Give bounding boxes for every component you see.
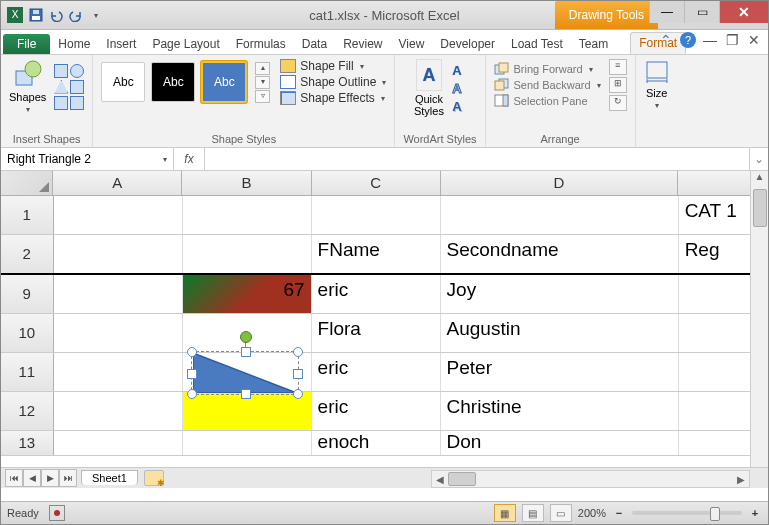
formula-input[interactable] [205, 148, 749, 170]
zoom-in-button[interactable]: + [748, 507, 762, 519]
cell[interactable] [54, 196, 183, 234]
quick-styles-button[interactable]: A Quick Styles [414, 59, 444, 117]
cell[interactable]: Joy [441, 275, 679, 313]
select-all-corner[interactable] [1, 171, 53, 195]
col-header-D[interactable]: D [441, 171, 679, 195]
col-header-C[interactable]: C [312, 171, 441, 195]
horizontal-scrollbar[interactable]: ◀ ▶ [431, 470, 750, 488]
cell[interactable]: Christine [441, 392, 679, 430]
sheet-nav-first[interactable]: ⏮ [5, 469, 23, 487]
scroll-left-button[interactable]: ◀ [432, 474, 448, 485]
row-header[interactable]: 11 [1, 353, 54, 391]
close-button[interactable]: ✕ [719, 1, 768, 23]
maximize-button[interactable]: ▭ [684, 1, 719, 23]
sheet-nav-next[interactable]: ▶ [41, 469, 59, 487]
redo-button[interactable] [67, 6, 85, 24]
cell[interactable]: FName [312, 235, 441, 273]
qat-dropdown[interactable]: ▾ [87, 6, 105, 24]
cell[interactable]: 67 [183, 275, 312, 313]
group-button[interactable]: ⊞ [609, 77, 627, 93]
tab-team[interactable]: Team [571, 34, 616, 54]
col-header-A[interactable]: A [53, 171, 182, 195]
cell[interactable]: Peter [441, 353, 679, 391]
cell[interactable]: enoch [312, 431, 441, 455]
align-button[interactable]: ≡ [609, 59, 627, 75]
scroll-up-button[interactable]: ▲ [751, 171, 768, 187]
scroll-thumb[interactable] [448, 472, 476, 486]
row-header[interactable]: 13 [1, 431, 54, 455]
style-swatch-3[interactable]: Abc [201, 61, 247, 103]
cell[interactable]: Secondname [441, 235, 679, 273]
shape-style-gallery[interactable]: Abc Abc Abc ▴▾▿ [101, 61, 270, 103]
tab-load-test[interactable]: Load Test [503, 34, 571, 54]
cell[interactable]: Don [441, 431, 679, 455]
record-macro-button[interactable] [49, 505, 65, 521]
cell[interactable] [54, 392, 183, 430]
undo-button[interactable] [47, 6, 65, 24]
minimize-ribbon-button[interactable]: ⌃ [658, 32, 674, 48]
cell[interactable]: Augustin [441, 314, 679, 352]
row-header[interactable]: 2 [1, 235, 54, 273]
sheet-nav-last[interactable]: ⏭ [59, 469, 77, 487]
rotate-button[interactable]: ↻ [609, 95, 627, 111]
tab-formulas[interactable]: Formulas [228, 34, 294, 54]
fx-icon[interactable]: fx [174, 148, 205, 170]
cell[interactable] [54, 314, 183, 352]
help-button[interactable]: ? [680, 32, 696, 48]
cell[interactable] [183, 353, 312, 391]
shapes-gallery-mini[interactable] [54, 64, 84, 110]
scroll-thumb[interactable] [753, 189, 767, 227]
style-swatch-1[interactable]: Abc [101, 62, 145, 102]
row-header[interactable]: 1 [1, 196, 54, 234]
scroll-right-button[interactable]: ▶ [733, 474, 749, 485]
style-swatch-2[interactable]: Abc [151, 62, 195, 102]
workbook-close-button[interactable]: ✕ [746, 32, 762, 48]
name-box[interactable]: Right Triangle 2 ▾ [1, 148, 174, 170]
row-header[interactable]: 9 [1, 275, 54, 313]
col-header-B[interactable]: B [182, 171, 311, 195]
cell[interactable] [183, 431, 312, 455]
row-header[interactable]: 10 [1, 314, 54, 352]
save-button[interactable] [27, 6, 45, 24]
cell[interactable] [183, 196, 312, 234]
send-backward-button[interactable]: Send Backward▾ [494, 78, 601, 92]
shape-fill-button[interactable]: Shape Fill▾ [280, 59, 386, 73]
cell[interactable] [54, 353, 183, 391]
minimize-button[interactable]: — [649, 1, 684, 23]
text-outline-button[interactable]: A [448, 80, 466, 96]
workbook-restore-button[interactable]: ❐ [724, 32, 740, 48]
zoom-level[interactable]: 200% [578, 507, 606, 519]
cell[interactable]: eric [312, 392, 441, 430]
cell[interactable] [183, 314, 312, 352]
cell[interactable] [441, 196, 679, 234]
tab-view[interactable]: View [391, 34, 433, 54]
workbook-minimize-button[interactable]: — [702, 32, 718, 48]
file-tab[interactable]: File [3, 34, 50, 54]
tab-insert[interactable]: Insert [98, 34, 144, 54]
tab-developer[interactable]: Developer [432, 34, 503, 54]
cell[interactable] [54, 275, 183, 313]
tab-home[interactable]: Home [50, 34, 98, 54]
cell[interactable] [54, 235, 183, 273]
row-header[interactable]: 12 [1, 392, 54, 430]
tab-review[interactable]: Review [335, 34, 390, 54]
tab-page-layout[interactable]: Page Layout [144, 34, 227, 54]
bring-forward-button[interactable]: Bring Forward▾ [494, 62, 601, 76]
zoom-slider[interactable] [632, 511, 742, 515]
cell[interactable] [183, 235, 312, 273]
shape-outline-button[interactable]: Shape Outline▾ [280, 75, 386, 89]
cell[interactable]: eric [312, 353, 441, 391]
text-fill-button[interactable]: A [448, 62, 466, 78]
tab-data[interactable]: Data [294, 34, 335, 54]
sheet-tab[interactable]: Sheet1 [81, 470, 138, 485]
expand-formula-button[interactable]: ⌄ [749, 148, 768, 170]
cell[interactable] [312, 196, 441, 234]
shapes-button[interactable]: Shapes ▾ [9, 59, 46, 114]
view-page-break-button[interactable]: ▭ [550, 504, 572, 522]
view-page-layout-button[interactable]: ▤ [522, 504, 544, 522]
gallery-more-button[interactable]: ▴▾▿ [255, 62, 270, 103]
cell[interactable] [183, 392, 312, 430]
zoom-out-button[interactable]: − [612, 507, 626, 519]
vertical-scrollbar[interactable]: ▲ [750, 171, 768, 467]
shape-effects-button[interactable]: Shape Effects▾ [280, 91, 386, 105]
